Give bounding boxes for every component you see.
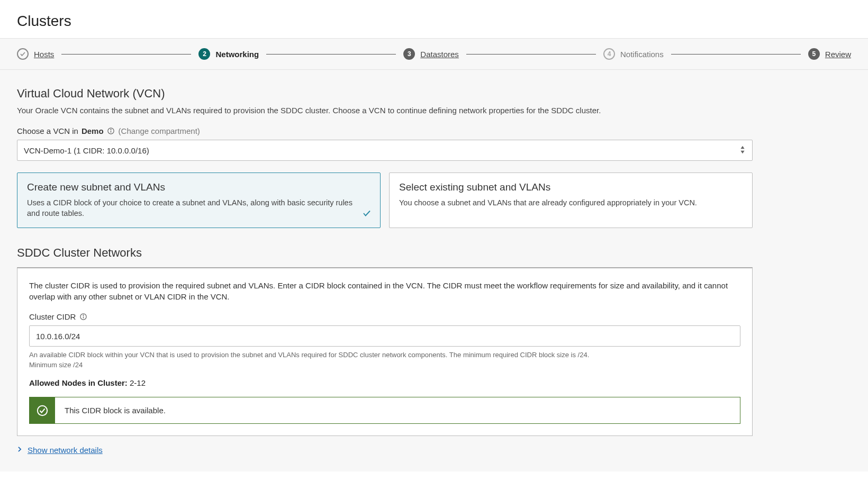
allowed-nodes-value: 2-12 — [128, 378, 146, 387]
stepper: Hosts 2 Networking 3 Datastores 4 Notifi… — [17, 48, 851, 60]
sddc-panel-desc: The cluster CIDR is used to provision th… — [29, 280, 740, 303]
page-root: Clusters Hosts 2 Networking 3 Datastores… — [0, 0, 868, 471]
vcn-compartment-name: Demo — [82, 126, 104, 135]
info-icon[interactable] — [107, 127, 115, 135]
option-create-desc: Uses a CIDR block of your choice to crea… — [27, 197, 370, 219]
info-icon[interactable] — [79, 313, 87, 321]
step-number-icon: 3 — [403, 48, 415, 60]
updown-icon — [739, 145, 746, 156]
step-networking-label: Networking — [215, 50, 259, 59]
check-icon — [17, 48, 29, 60]
vcn-select-value: VCN-Demo-1 (1 CIDR: 10.0.0.0/16) — [24, 146, 149, 155]
step-hosts[interactable]: Hosts — [17, 48, 54, 60]
cluster-cidr-input[interactable] — [29, 325, 740, 347]
cluster-cidr-help: An available CIDR block within your VCN … — [29, 351, 740, 359]
cidr-available-alert: This CIDR block is available. — [29, 397, 740, 424]
page-title: Clusters — [0, 0, 868, 38]
vcn-section-title: Virtual Cloud Network (VCN) — [17, 87, 851, 101]
step-notifications-label: Notifications — [620, 50, 664, 59]
allowed-nodes-label: Allowed Nodes in Cluster: — [29, 378, 128, 387]
step-number-icon: 4 — [603, 48, 615, 60]
stepper-container: Hosts 2 Networking 3 Datastores 4 Notifi… — [0, 38, 868, 70]
step-review[interactable]: 5 Review — [808, 48, 851, 60]
step-number-icon: 2 — [198, 48, 210, 60]
svg-point-7 — [83, 315, 84, 315]
vcn-section-desc: Your Oracle VCN contains the subnet and … — [17, 106, 851, 115]
step-notifications[interactable]: 4 Notifications — [603, 48, 664, 60]
vcn-select[interactable]: VCN-Demo-1 (1 CIDR: 10.0.0.0/16) — [17, 140, 753, 161]
success-icon — [30, 397, 55, 423]
content-area: Virtual Cloud Network (VCN) Your Oracle … — [0, 70, 868, 471]
cluster-cidr-label-text: Cluster CIDR — [29, 312, 76, 321]
svg-marker-3 — [740, 146, 744, 148]
show-network-details-link[interactable]: Show network details — [17, 446, 851, 455]
step-number-icon: 5 — [808, 48, 820, 60]
step-datastores[interactable]: 3 Datastores — [403, 48, 459, 60]
subnet-option-row: Create new subnet and VLANs Uses a CIDR … — [17, 173, 753, 228]
sddc-panel: The cluster CIDR is used to provision th… — [17, 267, 753, 437]
alert-text: This CIDR block is available. — [55, 397, 740, 423]
step-datastores-label: Datastores — [420, 50, 459, 59]
change-compartment-link[interactable]: (Change compartment) — [119, 126, 200, 135]
option-select-desc: You choose a subnet and VLANs that are a… — [399, 197, 743, 208]
step-networking[interactable]: 2 Networking — [198, 48, 259, 60]
option-select-title: Select existing subnet and VLANs — [399, 181, 743, 193]
step-line — [266, 54, 396, 55]
svg-marker-4 — [740, 150, 744, 153]
option-create-subnet[interactable]: Create new subnet and VLANs Uses a CIDR … — [17, 173, 381, 228]
cluster-cidr-min: Minimum size /24 — [29, 361, 740, 369]
sddc-section-title: SDDC Cluster Networks — [17, 246, 851, 260]
vcn-choose-prefix: Choose a VCN in — [17, 126, 78, 135]
step-review-label: Review — [825, 50, 851, 59]
step-line — [61, 54, 191, 55]
chevron-right-icon — [17, 446, 22, 455]
svg-point-8 — [38, 405, 47, 415]
step-line — [671, 54, 801, 55]
option-select-subnet[interactable]: Select existing subnet and VLANs You cho… — [389, 173, 753, 228]
step-line — [466, 54, 596, 55]
step-hosts-label: Hosts — [34, 50, 54, 59]
details-link-text: Show network details — [28, 446, 103, 455]
check-icon — [362, 208, 372, 220]
svg-point-2 — [111, 129, 111, 130]
vcn-choose-label: Choose a VCN in Demo (Change compartment… — [17, 126, 851, 135]
allowed-nodes-row: Allowed Nodes in Cluster: 2-12 — [29, 378, 740, 387]
option-create-title: Create new subnet and VLANs — [27, 181, 370, 193]
cluster-cidr-label: Cluster CIDR — [29, 312, 740, 321]
